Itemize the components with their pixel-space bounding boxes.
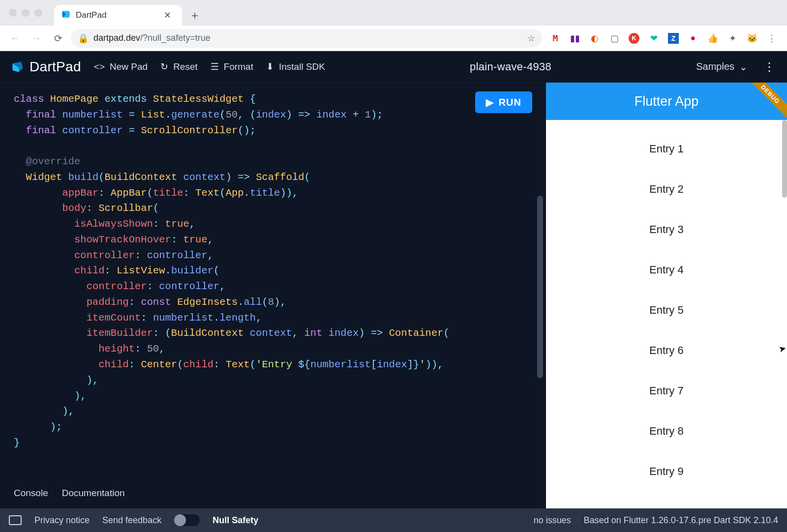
tab-console[interactable]: Console [14,488,48,499]
reset-label: Reset [173,61,198,72]
new-pad-button[interactable]: <> New Pad [94,61,148,72]
tok: Container [389,327,444,339]
preview-scrollbar[interactable] [782,120,787,508]
z-ext-icon[interactable]: Z [668,33,679,44]
address-bar[interactable]: 🔒 dartpad.dev/?null_safety=true ☆ [71,29,542,48]
list-item[interactable]: Entry 3 [546,209,787,250]
tok: numberlist [62,109,122,120]
project-name[interactable]: plain-wave-4938 [470,60,551,73]
tok: all [244,296,262,308]
tok: generate [171,109,219,120]
gmail-ext-icon[interactable]: M [550,33,561,44]
tok: @override [26,156,81,167]
close-tab-icon[interactable]: ✕ [160,10,175,21]
bottom-tabs: Console Documentation [14,485,536,503]
new-pad-label: New Pad [110,61,148,72]
browser-tab[interactable]: DartPad ✕ [54,5,182,26]
dart-logo-icon [11,60,25,74]
privacy-link[interactable]: Privacy notice [34,515,90,526]
toolbar: ← → ⟳ 🔒 dartpad.dev/?null_safety=true ☆ … [0,26,787,51]
forward-button[interactable]: → [28,30,45,47]
keyboard-icon[interactable] [9,515,22,525]
tok: itemBuilder [87,327,153,339]
lock-icon: 🔒 [78,33,89,44]
tok: context [183,172,226,183]
thumb-ext-icon[interactable]: 👍 [707,33,718,44]
issues-status[interactable]: no issues [534,515,571,526]
list-item[interactable]: Entry 4 [546,250,787,290]
tok: showTrackOnHover [74,234,171,245]
list-item[interactable]: Entry 9 [546,451,787,492]
tok: child [98,359,129,370]
dartpad-app: DartPad <> New Pad ↻ Reset ☰ Format ⬇ In… [0,51,787,532]
tok: int [304,327,323,339]
more-menu-icon[interactable]: ⋮ [760,60,778,74]
tok: BuildContext [171,327,244,339]
samples-label: Samples [696,61,734,72]
url-host: dartpad.dev [93,33,140,43]
pinterest-ext-icon[interactable]: ● [688,33,698,44]
new-tab-button[interactable]: ＋ [186,6,204,24]
tok: appBar [62,187,98,199]
download-icon: ⬇ [266,61,274,72]
format-button[interactable]: ☰ Format [211,61,253,72]
k-ext-icon[interactable]: K [629,33,639,44]
traffic-light-minimize[interactable] [22,9,30,17]
run-label: RUN [499,97,521,108]
install-sdk-button[interactable]: ⬇ Install SDK [266,61,325,72]
browser-chrome: DartPad ✕ ＋ ← → ⟳ 🔒 dartpad.dev/?null_sa… [0,0,787,51]
misc-ext-icon[interactable]: 🐱 [747,33,757,44]
traffic-light-close[interactable] [9,9,17,17]
editor-scrollbar[interactable] [537,196,543,490]
tok: numberlist [310,359,371,370]
editor-scrollbar-thumb[interactable] [537,196,543,378]
list-item[interactable]: Entry 5 [546,290,787,330]
list-item[interactable]: Entry 7 [546,371,787,411]
tab-documentation[interactable]: Documentation [62,488,125,499]
bookmark-star-icon[interactable]: ☆ [527,33,535,44]
format-label: Format [224,61,253,72]
samples-dropdown[interactable]: Samples ⌄ [696,61,748,73]
run-button[interactable]: ▶ RUN [475,91,532,113]
tok: } [413,359,419,370]
reload-button[interactable]: ⟳ [49,30,67,47]
heart-ext-icon[interactable]: ❤ [648,33,659,44]
tok: List [141,109,165,120]
preview-list[interactable]: Entry 1 Entry 2 Entry 3 Entry 4 Entry 5 … [546,120,787,508]
tok: isAlwaysShown [74,218,153,230]
tok: final [26,109,57,120]
tok: ListView [117,265,165,276]
preview-scrollbar-thumb[interactable] [782,120,787,198]
tok: class [14,93,44,105]
logo[interactable]: DartPad [11,59,81,75]
tok: body [62,203,86,214]
tok: ScrollController [141,125,238,136]
tok: 50 [226,109,238,120]
tok: height [98,343,135,355]
tok: index [329,327,359,339]
orange-ext-icon[interactable]: ◐ [589,33,600,44]
code-icon: <> [94,61,105,72]
reset-button[interactable]: ↻ Reset [160,61,198,72]
tok: extends [105,93,147,105]
extensions-icon[interactable]: ✦ [727,33,738,44]
tok: Text [195,187,219,199]
null-safety-toggle[interactable] [174,514,200,526]
tok: controller [62,125,122,136]
grey-ext-icon[interactable]: ▢ [609,33,620,44]
list-item[interactable]: Entry 2 [546,169,787,209]
purple-ext-icon[interactable]: ▮▮ [570,33,580,44]
feedback-link[interactable]: Send feedback [102,515,161,526]
tok: index [377,359,407,370]
traffic-light-zoom[interactable] [34,9,42,17]
tok: builder [171,265,213,276]
chrome-menu-icon[interactable]: ⋮ [766,33,777,44]
tok: context [250,327,292,339]
list-item[interactable]: Entry 1 [546,129,787,169]
tok: ' [419,359,425,370]
list-item[interactable]: Entry 6 [546,330,787,371]
back-button[interactable]: ← [6,30,24,47]
list-item[interactable]: Entry 8 [546,411,787,451]
code-editor[interactable]: class HomePage extends StatelessWidget {… [14,91,536,451]
chevron-down-icon: ⌄ [739,61,748,73]
